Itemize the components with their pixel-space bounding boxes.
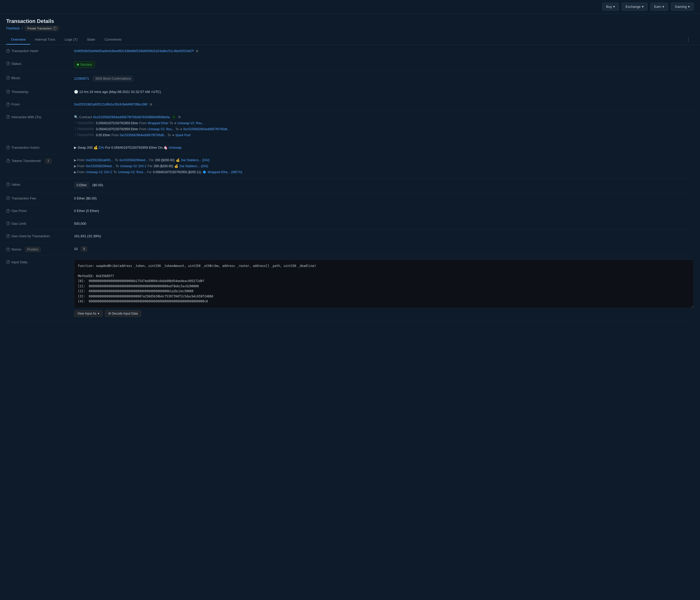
token-name-3[interactable]: Wrapped Ethe... (WETH)	[208, 170, 242, 175]
transfer-row-1: └ TRANSFER 0.056401975150792959 Ether Fr…	[74, 121, 694, 126]
gas-price-help-icon[interactable]: ?	[6, 209, 10, 213]
input-data-box[interactable]: Function: swapAndBribe(address _token, u…	[74, 260, 694, 308]
tx-fee-value: 0 Ether ($0.00)	[74, 196, 694, 201]
exchange-button[interactable]: Exchange ▾	[622, 3, 648, 11]
timestamp-text: 13 hrs 24 mins ago (May-08-2021 02:32:57…	[79, 90, 161, 94]
gas-price-row: ? Gas Price: 0 Ether (0 Ether)	[6, 205, 694, 217]
token-amount-2: 200 ($200.00)	[154, 164, 173, 168]
dai-link[interactable]: DAI	[99, 146, 104, 150]
copy-hash-icon[interactable]: ⧉	[196, 49, 198, 53]
tab-state[interactable]: State	[82, 35, 100, 45]
transfer-from-2[interactable]: Uniswap V2: Rou...	[148, 127, 174, 131]
value-row: ? Value: 0 Ether ($0.00)	[6, 178, 694, 192]
interacted-help-icon[interactable]: ?	[6, 115, 10, 119]
tabs-more-button[interactable]: ⋮	[683, 35, 694, 45]
transfer-arrow-3: To ➜	[168, 133, 174, 137]
status-dot	[77, 63, 79, 66]
gas-price-value: 0 Ether (0 Ether)	[74, 208, 694, 213]
contract-address[interactable]: 0xc5335682964ed0667f8706d8783098664f69bb…	[93, 114, 170, 120]
token-to-2[interactable]: Uniswap V2: DAI 2	[120, 164, 147, 168]
timestamp-help-icon[interactable]: ?	[6, 90, 10, 94]
tx-fee-help-icon[interactable]: ?	[6, 197, 10, 200]
breadcrumb-home[interactable]: Flashbots	[6, 27, 20, 30]
exchange-chevron: ▾	[642, 5, 644, 8]
transfer-from-1[interactable]: Wrapped Ether	[148, 121, 169, 126]
tab-overview[interactable]: Overview	[6, 35, 30, 45]
breadcrumb: Flashbots / Private Transaction ?	[6, 26, 694, 31]
status-row: ? Status: Success	[6, 57, 694, 72]
token-from-2[interactable]: 0xc5335682964ed...	[86, 164, 114, 168]
block-help-icon[interactable]: ?	[6, 76, 10, 80]
tokens-transferred-label: ? Tokens Transferred: 3	[6, 158, 74, 163]
view-input-as-button[interactable]: View Input As ▾	[74, 310, 103, 317]
transfer-from-3[interactable]: 0xc5335682964ed0667f8706d8...	[120, 133, 167, 137]
token-to-1[interactable]: 0xc5335682964ed...	[119, 158, 148, 162]
tx-hash-text[interactable]: 0x90f16b53efde82ad4cb3eed92c43bb8bf234b6…	[74, 49, 194, 53]
transfer-to-2[interactable]: 0xc5335682964ed0667f8706d8...	[183, 127, 230, 131]
value-value: 0 Ether ($0.00)	[74, 182, 694, 188]
tab-logs[interactable]: Logs (7)	[60, 35, 82, 45]
copy-contract-icon[interactable]: ⧉	[178, 114, 181, 119]
token-name-1[interactable]: Dai Stableco... (DAI)	[181, 158, 209, 162]
transfer-from-label-3: From	[111, 133, 119, 137]
gas-used-value: 161,931 (32.39%)	[74, 234, 694, 239]
gas-used-row: ? Gas Used by Transaction: 161,931 (32.3…	[6, 230, 694, 243]
interacted-label: ? Interacted With (To):	[6, 114, 74, 119]
gas-limit-value: 500,000	[74, 221, 694, 226]
token-dai-icon-2: 💰	[174, 164, 178, 168]
status-value: Success	[74, 61, 694, 68]
transfer-indent-3: └ TRANSFER	[74, 133, 94, 137]
transfer-to-1[interactable]: Uniswap V2: Rou...	[177, 121, 204, 126]
input-help-icon[interactable]: ?	[6, 260, 10, 264]
tx-action-value: ▶ Swap 200 💰 DAI For 0.05640197515079295…	[74, 145, 694, 150]
token-to-3[interactable]: Uniswap V2: Rout...	[118, 170, 146, 175]
gas-used-label: ? Gas Used by Transaction:	[6, 234, 74, 238]
tx-action-row: ? Transaction Action: ▶ Swap 200 💰 DAI F…	[6, 141, 694, 154]
block-value: 12390971 3635 Block Confirmations	[74, 76, 694, 82]
block-row: ? Block: 12390971 3635 Block Confirmatio…	[6, 72, 694, 86]
block-number[interactable]: 12390971	[74, 77, 89, 80]
uniswap-link[interactable]: Uniswap	[169, 146, 182, 150]
tx-action-help-icon[interactable]: ?	[6, 146, 10, 150]
token-weth-icon-3: 🔷	[202, 170, 206, 175]
from-row: ? From: 0xd2553382a60f121d9b1e35cfc9ebf4…	[6, 98, 694, 111]
token-transfer-3: ▶ From Uniswap V2: DAI 2 To Uniswap V2: …	[74, 170, 694, 175]
transfer-indent-2: └ TRANSFER	[74, 127, 94, 131]
private-tx-label: Private Transaction	[27, 27, 52, 30]
tab-internal-txns[interactable]: Internal Txns	[30, 35, 60, 45]
earn-label: Earn	[654, 5, 661, 8]
token-name-2[interactable]: Dai Stableco... (DAI)	[179, 164, 208, 168]
decode-input-data-button[interactable]: ⚙ Decode Input Data	[105, 310, 141, 317]
status-help-icon[interactable]: ?	[6, 62, 10, 66]
gaming-button[interactable]: Gaming ▾	[671, 3, 694, 11]
exchange-label: Exchange	[625, 5, 641, 8]
nonce-number: 10	[74, 247, 78, 251]
token-from-1[interactable]: 0xd2553382a60f1...	[86, 158, 114, 162]
tx-action-label: ? Transaction Action:	[6, 145, 74, 150]
from-help-icon[interactable]: ?	[6, 103, 10, 106]
dai-icon: 💰	[94, 146, 98, 150]
tokens-help-icon[interactable]: ?	[6, 159, 10, 163]
private-tx-help-icon[interactable]: ?	[53, 27, 56, 30]
tab-comments[interactable]: Comments	[100, 35, 126, 45]
token-from-3[interactable]: Uniswap V2: DAI 2	[86, 170, 112, 175]
tokens-transferred-value: ▶ From 0xd2553382a60f1... To 0xc53356829…	[74, 158, 694, 175]
earn-button[interactable]: Earn ▾	[650, 3, 668, 11]
copy-from-icon[interactable]: ⧉	[150, 103, 152, 106]
search-icon: 🔍	[74, 114, 78, 120]
from-address[interactable]: 0xd2553382a60f121d9b1e35cfc9ebf4870fbcc9…	[74, 102, 148, 106]
input-data-value: Function: swapAndBribe(address _token, u…	[74, 260, 694, 317]
nonce-help-icon[interactable]: ?	[6, 247, 10, 251]
token-transfer-1: ▶ From 0xd2553382a60f1... To 0xc53356829…	[74, 158, 694, 162]
transfer-to-3[interactable]: Spark Pool	[175, 133, 191, 137]
buy-button[interactable]: Buy ▾	[602, 3, 619, 11]
gas-limit-help-icon[interactable]: ?	[6, 221, 10, 225]
gas-used-help-icon[interactable]: ?	[6, 234, 10, 238]
value-help-icon[interactable]: ?	[6, 183, 10, 186]
tx-hash-label: ? Transaction Hash:	[6, 48, 74, 53]
token-amount-3: 0.056401975150792959 ($205.11)	[153, 170, 201, 175]
token-transfer-2: ▶ From 0xc5335682964ed... To Uniswap V2:…	[74, 164, 694, 168]
tx-hash-help-icon[interactable]: ?	[6, 49, 10, 53]
timestamp-clock-icon: 🕐	[74, 90, 79, 94]
input-data-label: ? Input Data:	[6, 260, 74, 264]
